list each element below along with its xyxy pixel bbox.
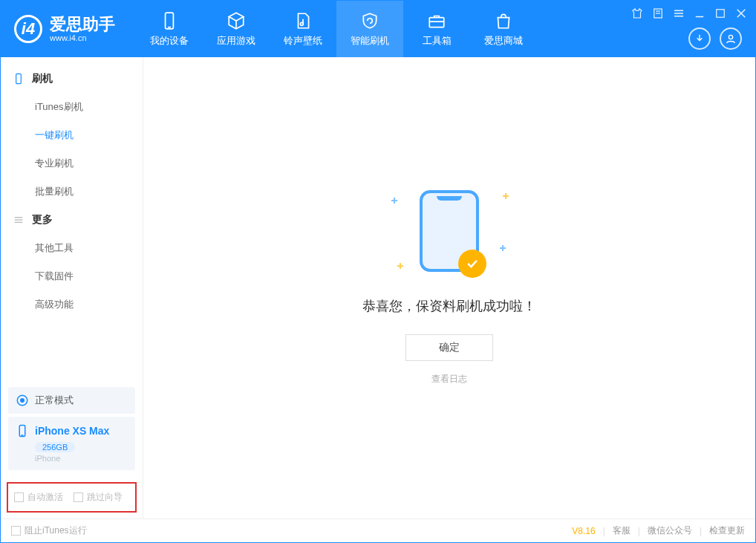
- refresh-shield-icon: [359, 10, 380, 31]
- sidebar-item-download-fw[interactable]: 下载固件: [1, 262, 143, 290]
- nav-toolbox[interactable]: 工具箱: [403, 1, 470, 57]
- chk-label: 阻止iTunes运行: [25, 524, 87, 537]
- menu-icon[interactable]: [672, 7, 685, 20]
- nav-ringtone[interactable]: 铃声壁纸: [270, 1, 336, 57]
- success-message: 恭喜您，保资料刷机成功啦！: [362, 297, 536, 315]
- nav-store[interactable]: 爱思商城: [470, 1, 537, 57]
- nav-label: 工具箱: [423, 34, 452, 48]
- svg-rect-16: [16, 74, 22, 83]
- list-icon: [13, 214, 25, 226]
- wechat-link[interactable]: 微信公众号: [648, 524, 692, 537]
- nav-apps[interactable]: 应用游戏: [203, 1, 270, 57]
- music-file-icon: [293, 10, 313, 31]
- nav-label: 应用游戏: [217, 34, 255, 48]
- svg-rect-12: [717, 10, 725, 18]
- group-title: 刷机: [32, 72, 53, 85]
- svg-rect-3: [429, 18, 444, 27]
- sidebar-item-other-tools[interactable]: 其他工具: [1, 234, 143, 262]
- svg-point-2: [300, 22, 303, 25]
- download-button[interactable]: [688, 27, 711, 50]
- main-panel: 恭喜您，保资料刷机成功啦！ 确定 查看日志: [143, 57, 755, 518]
- maximize-icon[interactable]: [714, 7, 727, 20]
- check-update-link[interactable]: 检查更新: [709, 524, 745, 537]
- nav-tabs: 我的设备 应用游戏 铃声壁纸 智能刷机 工具箱 爱思商城: [136, 1, 537, 57]
- sidebar-item-oneclick-flash[interactable]: 一键刷机: [1, 121, 143, 149]
- account-button[interactable]: [720, 27, 742, 50]
- shirt-icon[interactable]: [630, 7, 644, 20]
- block-itunes-checkbox[interactable]: 阻止iTunes运行: [11, 524, 87, 537]
- device-card[interactable]: iPhone XS Max 256GB iPhone: [8, 417, 135, 470]
- phone-outline-icon: [13, 73, 25, 85]
- check-badge-icon: [458, 250, 486, 278]
- sidebar-item-itunes-flash[interactable]: iTunes刷机: [1, 93, 143, 121]
- view-log-link[interactable]: 查看日志: [431, 373, 467, 386]
- body: 刷机 iTunes刷机 一键刷机 专业刷机 批量刷机 更多 其他工具 下载固件 …: [1, 57, 755, 518]
- svg-point-21: [21, 399, 25, 403]
- device-capacity: 256GB: [35, 442, 75, 452]
- chk-label: 自动激活: [27, 491, 63, 504]
- nav-label: 智能刷机: [351, 34, 389, 48]
- titlebar: i4 爱思助手 www.i4.cn 我的设备 应用游戏 铃声壁纸 智能刷机: [1, 1, 755, 57]
- ok-button[interactable]: 确定: [405, 334, 493, 361]
- mode-bar[interactable]: 正常模式: [8, 387, 135, 414]
- phone-illustration-icon: [420, 190, 479, 272]
- chk-label: 跳过向导: [87, 491, 123, 504]
- brand-name: 爱思助手: [50, 16, 115, 33]
- sparkle-icon: [391, 198, 397, 204]
- sidebar-item-pro-flash[interactable]: 专业刷机: [1, 149, 143, 178]
- phone-icon: [16, 424, 29, 438]
- sidebar: 刷机 iTunes刷机 一键刷机 专业刷机 批量刷机 更多 其他工具 下载固件 …: [1, 57, 143, 518]
- device-type: iPhone: [35, 454, 128, 463]
- support-link[interactable]: 客服: [613, 524, 630, 537]
- success-illustration: [420, 190, 479, 272]
- note-icon[interactable]: [651, 7, 665, 20]
- sparkle-icon: [397, 263, 403, 269]
- minimize-icon[interactable]: [693, 7, 706, 20]
- sidebar-group-flash: 刷机: [1, 65, 143, 93]
- svg-point-15: [729, 35, 732, 39]
- cube-icon: [226, 10, 247, 31]
- app-window: i4 爱思助手 www.i4.cn 我的设备 应用游戏 铃声壁纸 智能刷机: [0, 0, 756, 543]
- brand-url: www.i4.cn: [50, 33, 115, 42]
- sidebar-group-more: 更多: [1, 206, 143, 234]
- version-label: V8.16: [572, 526, 595, 536]
- nav-my-device[interactable]: 我的设备: [136, 1, 203, 57]
- device-icon: [159, 10, 180, 31]
- bag-icon: [493, 10, 514, 31]
- sidebar-item-advanced[interactable]: 高级功能: [1, 290, 143, 319]
- close-icon[interactable]: [734, 7, 748, 20]
- mode-label: 正常模式: [35, 394, 74, 407]
- statusbar: 阻止iTunes运行 V8.16 | 客服 | 微信公众号 | 检查更新: [1, 518, 755, 542]
- nav-label: 铃声壁纸: [284, 34, 322, 48]
- svg-rect-0: [166, 13, 174, 29]
- sidebar-item-batch-flash[interactable]: 批量刷机: [1, 178, 143, 206]
- logo-area: i4 爱思助手 www.i4.cn: [1, 1, 128, 57]
- bottom-options-highlight: 自动激活 跳过向导: [7, 482, 137, 513]
- sparkle-icon: [503, 193, 509, 199]
- logo-icon: i4: [14, 15, 42, 43]
- device-name: iPhone XS Max: [35, 425, 109, 437]
- mode-icon: [16, 394, 29, 407]
- toolbox-icon: [426, 10, 447, 31]
- nav-flash[interactable]: 智能刷机: [336, 1, 403, 57]
- auto-activate-checkbox[interactable]: 自动激活: [14, 491, 63, 504]
- skip-guide-checkbox[interactable]: 跳过向导: [74, 491, 123, 504]
- window-controls: [630, 7, 748, 20]
- nav-label: 我的设备: [150, 34, 189, 48]
- nav-label: 爱思商城: [484, 34, 523, 48]
- sparkle-icon: [500, 245, 506, 251]
- group-title: 更多: [32, 213, 53, 227]
